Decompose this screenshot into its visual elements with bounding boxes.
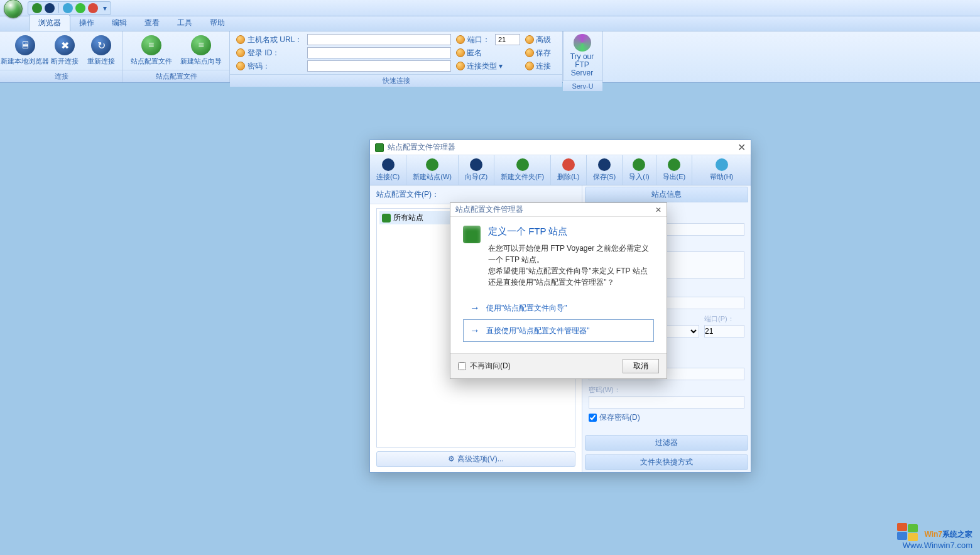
ribbon-group-quickconnect-label: 快速连接 bbox=[230, 74, 562, 87]
qat-icon-2[interactable] bbox=[45, 3, 55, 13]
quick-access-toolbar: ▾ bbox=[28, 1, 111, 15]
tab-tools[interactable]: 工具 bbox=[168, 15, 201, 31]
spm-tb-wizard[interactable]: 向导(Z) bbox=[459, 155, 494, 185]
spm-tb-import[interactable]: 导入(I) bbox=[623, 155, 656, 185]
fld-password-label: 密码(W)： bbox=[589, 385, 744, 395]
arrow-right-icon: → bbox=[470, 325, 480, 336]
ribbon-group-profiles: ≡站点配置文件 ≡新建站点向导 站点配置文件 bbox=[123, 31, 230, 82]
tab-browser[interactable]: 浏览器 bbox=[29, 14, 70, 31]
app-orb-icon[interactable] bbox=[4, 0, 23, 18]
qc-password-label: 密码： bbox=[236, 61, 302, 72]
disconnect-icon: ✖ bbox=[55, 35, 75, 55]
ribbon: 🖥新建本地浏览器 ✖断开连接 ↻重新连接 连接 ≡站点配置文件 ≡新建站点向导 … bbox=[0, 31, 980, 83]
qat-icon-3[interactable] bbox=[63, 3, 73, 13]
reconnect-icon: ↻ bbox=[91, 35, 111, 55]
dlg-titlebar: 站点配置文件管理器 ✕ bbox=[450, 203, 667, 217]
bullet-icon bbox=[456, 48, 465, 57]
dlg-paragraph-1: 在您可以开始使用 FTP Voyager 之前您必需定义一个 FTP 站点。 bbox=[488, 243, 654, 265]
help-icon bbox=[716, 158, 728, 171]
qat-separator bbox=[58, 3, 59, 13]
qc-host-label: 主机名或 URL： bbox=[236, 35, 302, 45]
wizard-icon bbox=[470, 158, 482, 171]
windows-flag-icon bbox=[897, 523, 918, 541]
spm-title-text: 站点配置文件管理器 bbox=[388, 142, 455, 153]
site-profile-button[interactable]: ≡站点配置文件 bbox=[128, 34, 175, 67]
spm-close-button[interactable]: ✕ bbox=[738, 141, 746, 153]
qc-save-link[interactable]: 保存 bbox=[525, 48, 551, 58]
save-icon bbox=[598, 158, 611, 171]
fld-savepwd-checkbox[interactable]: 保存密码(D) bbox=[589, 412, 744, 423]
spm-app-icon bbox=[375, 143, 384, 152]
dlg-heading: 定义一个 FTP 站点 bbox=[488, 226, 654, 238]
spm-right-tab[interactable]: 站点信息 bbox=[585, 187, 748, 202]
bullet-icon bbox=[456, 35, 465, 44]
dlg-cancel-button[interactable]: 取消 bbox=[623, 359, 659, 373]
new-site-wizard-button[interactable]: ≡新建站点向导 bbox=[178, 34, 225, 67]
qat-dropdown-icon[interactable]: ▾ bbox=[103, 4, 107, 13]
folder-icon bbox=[382, 214, 391, 223]
dlg-option-manager[interactable]: → 直接使用"站点配置文件管理器" bbox=[463, 319, 654, 342]
bullet-icon bbox=[236, 35, 245, 44]
title-bar: ▾ bbox=[0, 0, 980, 16]
tab-view[interactable]: 查看 bbox=[136, 15, 168, 31]
import-icon bbox=[633, 158, 645, 171]
ribbon-group-profiles-label: 站点配置文件 bbox=[123, 70, 229, 82]
chevron-down-icon: ▾ bbox=[499, 62, 503, 70]
qat-icon-4[interactable] bbox=[75, 3, 85, 13]
ribbon-group-servu-label: Serv-U bbox=[563, 80, 602, 91]
ribbon-tabs: 浏览器 操作 编辑 查看 工具 帮助 bbox=[0, 16, 980, 31]
spm-folder-shortcut-button[interactable]: 文件夹快捷方式 bbox=[585, 454, 748, 470]
spm-tb-connect[interactable]: 连接(C) bbox=[370, 155, 406, 185]
tab-help[interactable]: 帮助 bbox=[201, 15, 234, 31]
dlg-heading-icon bbox=[463, 226, 481, 243]
define-ftp-site-dialog: 站点配置文件管理器 ✕ 定义一个 FTP 站点 在您可以开始使用 FTP Voy… bbox=[450, 202, 667, 379]
tab-operate[interactable]: 操作 bbox=[70, 15, 103, 31]
wizard-icon: ≡ bbox=[191, 35, 211, 55]
disconnect-button[interactable]: ✖断开连接 bbox=[48, 34, 81, 67]
qc-anonymous-link[interactable]: 匿名 bbox=[456, 48, 520, 58]
dlg-close-button[interactable]: ✕ bbox=[655, 206, 662, 214]
servu-button[interactable]: Try ourFTP Server bbox=[563, 31, 601, 80]
export-icon bbox=[668, 158, 680, 171]
spm-tb-save[interactable]: 保存(S) bbox=[587, 155, 623, 185]
qc-connect-link[interactable]: 连接 bbox=[525, 61, 551, 72]
qc-conntype-link[interactable]: 连接类型▾ bbox=[456, 61, 520, 72]
dlg-paragraph-2: 您希望使用"站点配置文件向导"来定义 FTP 站点还是直接使用"站点配置文件管理… bbox=[488, 265, 654, 288]
dlg-dont-ask-checkbox[interactable]: 不再询问(D) bbox=[458, 361, 511, 371]
new-site-icon bbox=[426, 158, 438, 171]
spm-tb-newfolder[interactable]: 新建文件夹(F) bbox=[494, 155, 551, 185]
tab-edit[interactable]: 编辑 bbox=[103, 15, 136, 31]
servu-icon bbox=[574, 34, 591, 52]
spm-advanced-button[interactable]: ⚙ 高级选项(V)... bbox=[376, 451, 575, 467]
spm-tb-export[interactable]: 导出(E) bbox=[656, 155, 693, 185]
fld-password-input[interactable] bbox=[589, 396, 744, 409]
spm-toolbar: 连接(C) 新建站点(W) 向导(Z) 新建文件夹(F) 删除(L) 保存(S)… bbox=[370, 155, 751, 185]
qc-login-label: 登录 ID： bbox=[236, 48, 302, 58]
bullet-icon bbox=[456, 62, 465, 70]
bullet-icon bbox=[236, 62, 245, 70]
qc-port-input[interactable] bbox=[495, 34, 520, 45]
qat-icon-5[interactable] bbox=[88, 3, 98, 13]
reconnect-button[interactable]: ↻重新连接 bbox=[85, 34, 117, 67]
spm-tb-help[interactable]: 帮助(H) bbox=[692, 155, 751, 185]
spm-tb-delete[interactable]: 删除(L) bbox=[551, 155, 586, 185]
qc-login-input[interactable] bbox=[307, 47, 451, 58]
qc-password-input[interactable] bbox=[307, 60, 451, 72]
dlg-option-wizard[interactable]: → 使用"站点配置文件向导" bbox=[463, 297, 654, 319]
monitor-icon: 🖥 bbox=[15, 35, 35, 55]
qc-port-label: 端口： bbox=[456, 35, 490, 45]
delete-icon bbox=[562, 158, 575, 171]
connect-icon bbox=[382, 158, 395, 171]
qat-icon-1[interactable] bbox=[32, 3, 42, 13]
spm-tb-newsite[interactable]: 新建站点(W) bbox=[406, 155, 459, 185]
qc-advanced-link[interactable]: 高级 bbox=[525, 35, 551, 45]
new-folder-icon bbox=[516, 158, 529, 171]
fld-port-input[interactable] bbox=[704, 325, 744, 338]
new-local-browser-button[interactable]: 🖥新建本地浏览器 bbox=[5, 34, 45, 67]
qc-host-input[interactable] bbox=[307, 34, 451, 45]
watermark: Win7系统之家 Www.Winwin7.com bbox=[897, 523, 972, 550]
spm-filters-button[interactable]: 过滤器 bbox=[585, 435, 748, 451]
bullet-icon bbox=[236, 48, 245, 57]
arrow-right-icon: → bbox=[470, 302, 480, 314]
spm-left-header: 站点配置文件(P)： bbox=[370, 185, 582, 204]
